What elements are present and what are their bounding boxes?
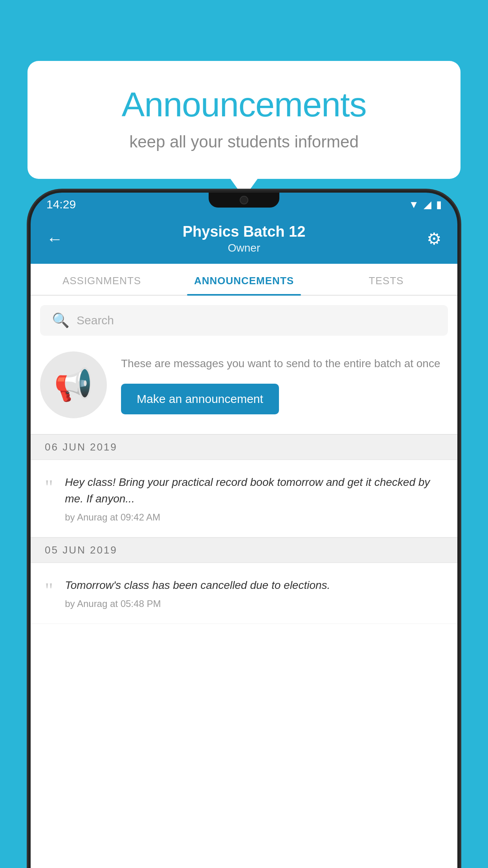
megaphone-icon: 📢 bbox=[54, 366, 93, 403]
battery-icon: ▮ bbox=[436, 199, 442, 211]
tab-assignments[interactable]: ASSIGNMENTS bbox=[31, 264, 173, 295]
tab-tests[interactable]: TESTS bbox=[315, 264, 457, 295]
date-separator-2: 05 JUN 2019 bbox=[31, 537, 457, 563]
phone-notch bbox=[209, 193, 279, 208]
announcement-right: These are messages you want to send to t… bbox=[121, 355, 448, 414]
announcement-text-2: Tomorrow's class has been cancelled due … bbox=[65, 577, 443, 594]
header-title: Physics Batch 12 bbox=[183, 223, 306, 240]
tabs-bar: ASSIGNMENTS ANNOUNCEMENTS TESTS bbox=[31, 264, 457, 296]
announcement-item-2[interactable]: " Tomorrow's class has been cancelled du… bbox=[31, 563, 457, 624]
signal-icon: ◢ bbox=[424, 199, 431, 211]
header-subtitle: Owner bbox=[183, 242, 306, 254]
announcement-empty-state: 📢 These are messages you want to send to… bbox=[31, 336, 457, 434]
header-title-block: Physics Batch 12 Owner bbox=[183, 223, 306, 254]
speech-bubble: Announcements keep all your students inf… bbox=[28, 61, 460, 179]
search-placeholder: Search bbox=[77, 314, 114, 327]
gear-button[interactable]: ⚙ bbox=[418, 229, 442, 248]
phone-frame: 14:29 ▼ ◢ ▮ ← Physics Batch 12 Owner ⚙ A… bbox=[31, 193, 457, 868]
status-time: 14:29 bbox=[46, 198, 76, 211]
status-icons: ▼ ◢ ▮ bbox=[409, 199, 442, 211]
bubble-subtitle: keep all your students informed bbox=[59, 132, 429, 151]
announcement-icon-circle: 📢 bbox=[40, 351, 107, 418]
announcement-content-2: Tomorrow's class has been cancelled due … bbox=[65, 577, 443, 609]
announcement-meta-2: by Anurag at 05:48 PM bbox=[65, 598, 443, 609]
announcement-meta-1: by Anurag at 09:42 AM bbox=[65, 512, 443, 523]
tab-announcements[interactable]: ANNOUNCEMENTS bbox=[173, 264, 315, 295]
search-icon: 🔍 bbox=[52, 312, 70, 329]
announcement-text-1: Hey class! Bring your practical record b… bbox=[65, 474, 443, 507]
app-header: ← Physics Batch 12 Owner ⚙ bbox=[31, 216, 457, 264]
quote-icon-1: " bbox=[45, 477, 53, 498]
announcement-item-1[interactable]: " Hey class! Bring your practical record… bbox=[31, 460, 457, 537]
date-separator-1: 06 JUN 2019 bbox=[31, 434, 457, 460]
speech-bubble-section: Announcements keep all your students inf… bbox=[28, 61, 460, 179]
quote-icon-2: " bbox=[45, 580, 53, 601]
phone-content: 🔍 Search 📢 These are messages you want t… bbox=[31, 296, 457, 868]
announcement-content-1: Hey class! Bring your practical record b… bbox=[65, 474, 443, 523]
front-camera bbox=[240, 196, 248, 204]
wifi-icon: ▼ bbox=[409, 199, 419, 211]
bubble-title: Announcements bbox=[59, 85, 429, 125]
back-button[interactable]: ← bbox=[46, 230, 70, 248]
make-announcement-button[interactable]: Make an announcement bbox=[121, 384, 279, 414]
search-bar[interactable]: 🔍 Search bbox=[40, 305, 448, 336]
announcement-description: These are messages you want to send to t… bbox=[121, 355, 448, 372]
